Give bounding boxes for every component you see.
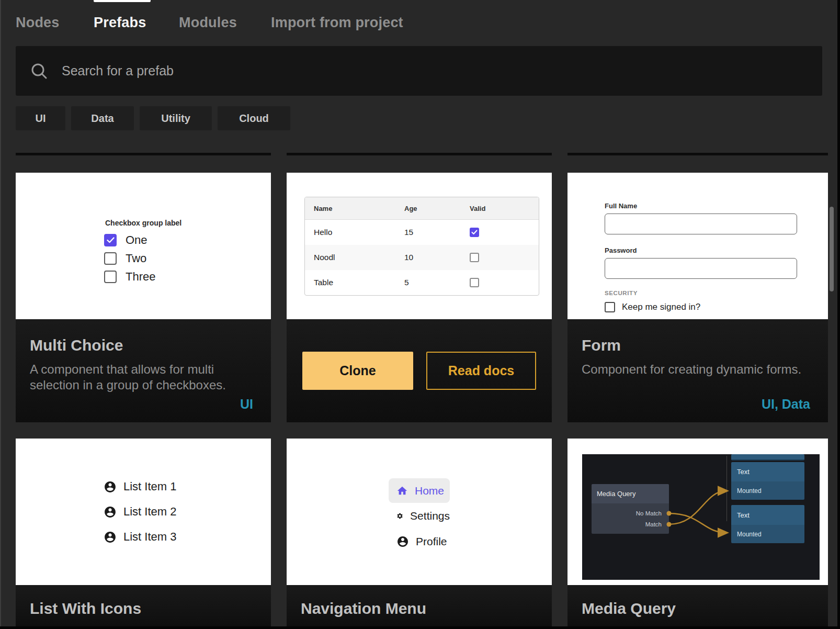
table-cell: [461, 278, 539, 287]
form-section-label: SECURITY: [605, 290, 797, 296]
search-icon: [30, 62, 48, 80]
card-footer: Form Component for creating dynamic form…: [567, 319, 828, 422]
card-tag: UI, Data: [762, 397, 810, 412]
previous-card-bottom-edge: [567, 153, 828, 155]
form-preview: Full Name Password SECURITY Keep me sign…: [567, 173, 828, 319]
table-row: Hello 15: [305, 220, 539, 245]
nav-item-label: Profile: [416, 535, 447, 548]
table-row: Table 5: [305, 270, 539, 295]
tab-import-from-project[interactable]: Import from project: [271, 15, 403, 31]
table-row: Noodl 10: [305, 245, 539, 270]
card-description: A component that allows for multi select…: [30, 362, 257, 393]
checkbox-option-label: One: [126, 233, 147, 247]
nav-menu-preview: Home Settings Profile: [287, 439, 552, 585]
table-cell: Table: [305, 278, 395, 287]
nav-item-label: Home: [415, 485, 444, 497]
window-right-edge: [837, 0, 840, 629]
person-icon: [104, 480, 117, 493]
prefab-card-table[interactable]: Name Age Valid Hello 15 Noodl 10: [287, 173, 552, 422]
media-query-preview: Media Query No Match Match Text Mounted …: [567, 439, 828, 585]
card-footer-hover-actions: Clone Read docs: [287, 319, 552, 422]
table-header: Age: [395, 205, 461, 212]
card-tag: UI: [240, 397, 253, 412]
checkbox-option-label: Two: [126, 252, 146, 265]
prefab-card-navigation-menu[interactable]: Home Settings Profile Navigation Menu Co…: [287, 439, 552, 629]
previous-card-bottom-edge: [287, 153, 552, 155]
filter-chips: UI Data Utility Cloud: [16, 106, 290, 130]
nav-item-home[interactable]: Home: [389, 478, 450, 503]
list-item: List Item 1: [104, 480, 183, 493]
clone-button[interactable]: Clone: [302, 352, 413, 390]
panel-left-border: [0, 0, 1, 629]
home-icon: [396, 485, 408, 497]
checkbox-unchecked[interactable]: [470, 253, 479, 262]
form-field-label: Full Name: [605, 202, 797, 210]
card-title: Navigation Menu: [301, 600, 538, 617]
multi-choice-preview: Checkbox group label One Two Three: [16, 173, 271, 319]
card-title: Form: [582, 336, 814, 354]
list-preview: List Item 1 List Item 2 List Item 3: [16, 439, 271, 585]
keep-signed-in-label: Keep me signed in?: [622, 302, 700, 312]
person-icon: [104, 531, 117, 544]
table-cell: Noodl: [305, 253, 395, 262]
list-item-label: List Item 2: [123, 505, 176, 519]
table-header-row: Name Age Valid: [305, 197, 539, 220]
filter-chip-data[interactable]: Data: [71, 106, 134, 130]
table-preview: Name Age Valid Hello 15 Noodl 10: [287, 173, 552, 319]
checkbox-unchecked[interactable]: [470, 278, 479, 287]
active-tab-indicator: [94, 0, 151, 2]
table-cell: [461, 253, 539, 262]
card-title: Multi Choice: [30, 336, 257, 354]
search-input[interactable]: Search for a prefab: [16, 46, 822, 96]
password-input[interactable]: [605, 258, 797, 279]
tab-prefabs[interactable]: Prefabs: [94, 15, 146, 31]
checkbox-unchecked[interactable]: [605, 302, 615, 312]
node-graph-screenshot: Media Query No Match Match Text Mounted …: [582, 454, 820, 580]
prefab-card-form[interactable]: Full Name Password SECURITY Keep me sign…: [567, 173, 828, 422]
tab-modules[interactable]: Modules: [179, 15, 237, 31]
nav-item-label: Settings: [410, 510, 450, 522]
filter-chip-ui[interactable]: UI: [16, 106, 65, 130]
table-header: Valid: [461, 205, 539, 212]
table-cell: 15: [395, 228, 461, 237]
checkbox-checked[interactable]: [470, 228, 479, 237]
preview-table: Name Age Valid Hello 15 Noodl 10: [304, 197, 539, 296]
checkbox-checked[interactable]: [104, 234, 117, 246]
card-footer: Navigation Menu Component for creating a…: [287, 585, 552, 629]
form-field-label: Password: [605, 246, 797, 254]
prefab-card-multi-choice[interactable]: Checkbox group label One Two Three Multi…: [16, 173, 271, 422]
checkbox-unchecked[interactable]: [104, 252, 117, 265]
checkbox-unchecked[interactable]: [104, 271, 117, 283]
search-placeholder: Search for a prefab: [62, 63, 174, 78]
filter-chip-utility[interactable]: Utility: [140, 106, 212, 130]
window-bottom-edge: [0, 626, 840, 629]
vertical-scrollbar-thumb[interactable]: [830, 207, 834, 291]
list-item-label: List Item 3: [123, 530, 176, 544]
full-name-input[interactable]: [605, 214, 797, 234]
table-cell: 10: [395, 253, 461, 262]
gear-icon: [396, 510, 403, 522]
nav-item-settings[interactable]: Settings: [389, 503, 450, 529]
list-item: List Item 3: [104, 531, 183, 544]
table-header: Name: [305, 205, 395, 212]
tab-nodes[interactable]: Nodes: [16, 15, 60, 31]
card-title: Media Query: [582, 600, 814, 617]
connection-wires: [582, 454, 820, 580]
nav-item-profile[interactable]: Profile: [389, 529, 450, 554]
checkbox-option-label: Three: [126, 270, 155, 284]
list-item: List Item 2: [104, 506, 183, 519]
prefab-card-list-with-icons[interactable]: List Item 1 List Item 2 List Item 3 List…: [16, 439, 271, 629]
read-docs-button[interactable]: Read docs: [426, 352, 536, 390]
filter-chip-cloud[interactable]: Cloud: [218, 106, 290, 130]
person-icon: [104, 506, 117, 519]
card-description: Component for creating dynamic forms.: [582, 362, 812, 377]
card-title: List With Icons: [30, 600, 257, 617]
card-footer: List With Icons A list component where e…: [16, 585, 271, 629]
prefab-card-media-query[interactable]: Media Query No Match Match Text Mounted …: [567, 439, 828, 629]
card-footer: Media Query Component that reacts to the…: [567, 585, 828, 629]
checkbox-group-label: Checkbox group label: [105, 219, 183, 227]
table-cell: [461, 228, 539, 237]
table-cell: Hello: [305, 228, 395, 237]
card-footer: Multi Choice A component that allows for…: [16, 319, 271, 422]
previous-card-bottom-edge: [16, 153, 271, 155]
